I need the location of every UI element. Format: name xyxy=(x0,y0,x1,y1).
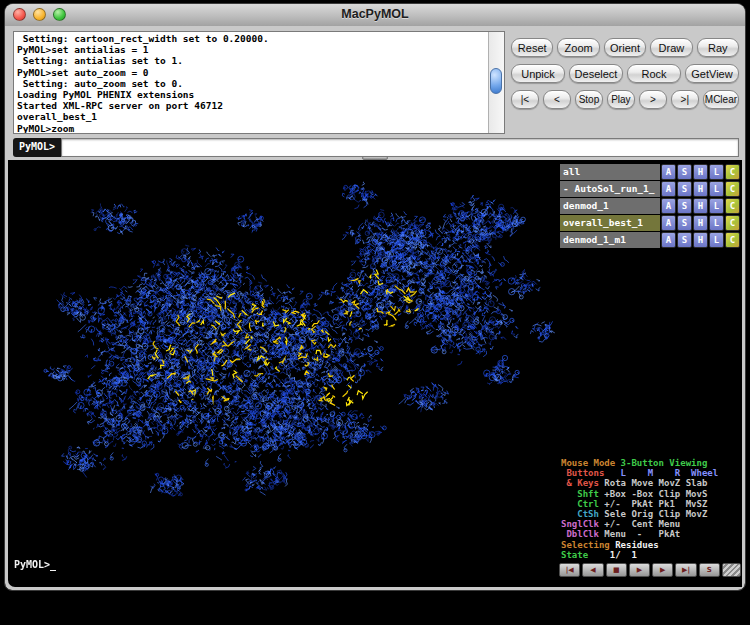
vcr-stop-button[interactable]: ■ xyxy=(606,563,627,577)
object-name[interactable]: denmod_1 xyxy=(560,198,660,214)
console-line: Setting: auto_zoom set to 0. xyxy=(17,78,487,89)
scrollbar-thumb[interactable] xyxy=(490,68,502,94)
keys-values: Rota Move MovZ Slab xyxy=(604,478,707,488)
mouse-matrix-row: & Keys Rota Move MovZ Slab xyxy=(561,478,742,488)
object-name[interactable]: overall_best_1 xyxy=(560,215,660,231)
movie-forward-button[interactable]: > xyxy=(639,90,667,109)
movie-stop-button[interactable]: Stop xyxy=(575,90,603,109)
deselect-button[interactable]: Deselect xyxy=(569,64,623,83)
state-line[interactable]: State 1/ 1 xyxy=(561,550,742,560)
zoom-window-button[interactable] xyxy=(53,8,66,21)
mouse-matrix-row: CtSh Sele Orig Clip MovZ xyxy=(561,509,742,519)
draw-button[interactable]: Draw xyxy=(650,38,692,57)
label-menu-button[interactable]: L xyxy=(709,198,724,214)
label-menu-button[interactable]: L xyxy=(709,164,724,180)
console-log: Setting: cartoon_rect_width set to 0.200… xyxy=(13,31,505,134)
toolbar-row-1: Reset Zoom Orient Draw Ray xyxy=(511,38,739,57)
reset-button[interactable]: Reset xyxy=(511,38,553,57)
hide-menu-button[interactable]: H xyxy=(693,198,708,214)
label-menu-button[interactable]: L xyxy=(709,232,724,248)
object-name[interactable]: - AutoSol_run_1_ xyxy=(560,181,660,197)
main-area: PyMOL>_ all A S H L C - AutoSol_run_1_ A… xyxy=(8,160,742,587)
snglclk-values: +/- Cent Menu xyxy=(604,519,680,529)
color-menu-button[interactable]: C xyxy=(725,181,740,197)
hide-menu-button[interactable]: H xyxy=(693,232,708,248)
console-text: Setting: cartoon_rect_width set to 0.200… xyxy=(17,33,487,134)
mclear-button[interactable]: MClear xyxy=(703,90,739,109)
viewport-prompt: PyMOL>_ xyxy=(14,559,56,570)
ray-button[interactable]: Ray xyxy=(697,38,739,57)
show-menu-button[interactable]: S xyxy=(677,181,692,197)
orient-button[interactable]: Orient xyxy=(604,38,646,57)
console-line: PyMOL>set antialias = 1 xyxy=(17,44,487,55)
show-menu-button[interactable]: S xyxy=(677,215,692,231)
object-name[interactable]: denmod_1_m1 xyxy=(560,232,660,248)
mouse-mode-line[interactable]: Mouse Mode 3-Button Viewing xyxy=(561,458,742,468)
console-line: Setting: antialias set to 1. xyxy=(17,55,487,66)
resize-grip[interactable] xyxy=(722,563,741,577)
hide-menu-button[interactable]: H xyxy=(693,215,708,231)
command-row: PyMOL> xyxy=(13,138,739,157)
show-menu-button[interactable]: S xyxy=(677,198,692,214)
color-menu-button[interactable]: C xyxy=(725,164,740,180)
ctsh-values: Sele Orig Clip MovZ xyxy=(604,509,707,519)
console-line: PyMOL>zoom xyxy=(17,123,487,134)
dblclk-label: DblClk xyxy=(561,529,604,539)
hide-menu-button[interactable]: H xyxy=(693,181,708,197)
object-panel: all A S H L C - AutoSol_run_1_ A S H L C… xyxy=(558,162,742,587)
ctrl-values: +/- PkAt Pk1 MvSZ xyxy=(604,499,707,509)
vcr-back-button[interactable]: ◀ xyxy=(582,563,603,577)
console-line: Setting: cartoon_rect_width set to 0.200… xyxy=(17,33,487,44)
action-menu-button[interactable]: A xyxy=(661,181,676,197)
close-button[interactable] xyxy=(13,8,26,21)
movie-back-button[interactable]: < xyxy=(543,90,571,109)
mouse-mode-label: Mouse Mode xyxy=(561,458,615,468)
mouse-matrix-row: Shft +Box -Box Clip MovS xyxy=(561,489,742,499)
vcr-end-button[interactable]: ▶| xyxy=(675,563,696,577)
minimize-button[interactable] xyxy=(33,8,46,21)
action-menu-button[interactable]: A xyxy=(661,215,676,231)
mouse-mode-value: 3-Button Viewing xyxy=(615,458,707,468)
movie-play-button[interactable]: Play xyxy=(607,90,635,109)
movie-last-button[interactable]: >| xyxy=(671,90,699,109)
mouse-panel: Mouse Mode 3-Button Viewing Buttons L M … xyxy=(561,458,742,560)
action-menu-button[interactable]: A xyxy=(661,198,676,214)
buttons-columns: L M R Wheel xyxy=(604,468,718,478)
label-menu-button[interactable]: L xyxy=(709,215,724,231)
title-bar[interactable]: MacPyMOL xyxy=(5,4,745,27)
mouse-matrix-header: Buttons L M R Wheel xyxy=(561,468,742,478)
movie-first-button[interactable]: |< xyxy=(511,90,539,109)
color-menu-button[interactable]: C xyxy=(725,232,740,248)
shift-label: Shft xyxy=(561,489,604,499)
rock-button[interactable]: Rock xyxy=(627,64,681,83)
vcr-forward-button[interactable]: ▶ xyxy=(652,563,673,577)
unpick-button[interactable]: Unpick xyxy=(511,64,565,83)
vcr-rewind-button[interactable]: |◀ xyxy=(559,563,580,577)
molecule-viewport[interactable] xyxy=(10,164,560,574)
object-row: - AutoSol_run_1_ A S H L C xyxy=(560,181,740,197)
object-row: all A S H L C xyxy=(560,164,740,180)
console-line: Started XML-RPC server on port 46712 xyxy=(17,100,487,111)
window-controls xyxy=(13,8,66,21)
color-menu-button[interactable]: C xyxy=(725,215,740,231)
console-line: PyMOL>set auto_zoom = 0 xyxy=(17,67,487,78)
getview-button[interactable]: GetView xyxy=(685,64,739,83)
zoom-button[interactable]: Zoom xyxy=(557,38,599,57)
snglclk-label: SnglClk xyxy=(561,519,604,529)
object-name[interactable]: all xyxy=(560,164,660,180)
console-scrollbar[interactable] xyxy=(488,32,504,133)
toolbar-row-3: |< < Stop Play > >| MClear xyxy=(511,90,739,109)
vcr-play-button[interactable]: ▶ xyxy=(629,563,650,577)
show-menu-button[interactable]: S xyxy=(677,164,692,180)
command-input[interactable] xyxy=(61,138,739,157)
action-menu-button[interactable]: A xyxy=(661,232,676,248)
prompt-label: PyMOL> xyxy=(13,138,61,157)
selecting-line[interactable]: Selecting Residues xyxy=(561,540,742,550)
selecting-value: Residues xyxy=(610,540,659,550)
show-menu-button[interactable]: S xyxy=(677,232,692,248)
hide-menu-button[interactable]: H xyxy=(693,164,708,180)
action-menu-button[interactable]: A xyxy=(661,164,676,180)
label-menu-button[interactable]: L xyxy=(709,181,724,197)
vcr-scene-button[interactable]: S xyxy=(699,563,720,577)
color-menu-button[interactable]: C xyxy=(725,198,740,214)
